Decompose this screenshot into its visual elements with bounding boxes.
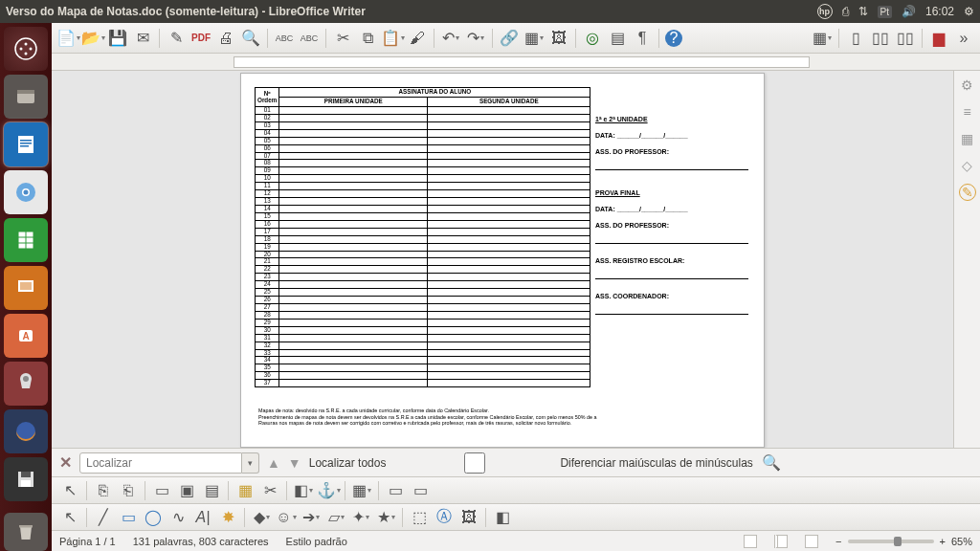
chromium-icon[interactable]	[4, 170, 48, 214]
format-paintbrush-button[interactable]: 🖌	[407, 28, 428, 49]
from-file-icon[interactable]: 🖼	[458, 507, 479, 528]
points-edit-icon[interactable]: ⬚	[409, 507, 430, 528]
status-page[interactable]: Página 1 / 1	[59, 536, 116, 547]
view-single-icon[interactable]	[744, 535, 757, 548]
status-style[interactable]: Estilo padrão	[286, 536, 347, 547]
cut-button[interactable]: ✂	[332, 28, 353, 49]
libreoffice-calc-icon[interactable]	[4, 218, 48, 262]
ubuntu-software-icon[interactable]: A	[4, 314, 48, 358]
export-pdf-button[interactable]: PDF	[190, 28, 212, 49]
print-button[interactable]: 🖨	[215, 28, 236, 49]
wrap-page-icon[interactable]: ▣	[176, 480, 197, 501]
anchor-para-icon[interactable]: ⎗	[118, 480, 139, 501]
close-findbar-button[interactable]: ✕	[59, 453, 72, 472]
rotate-icon[interactable]: ▦	[234, 480, 256, 501]
image-insert-button[interactable]: 🖼	[548, 28, 569, 49]
table-grid-button[interactable]: ▦▾	[812, 28, 833, 49]
hp-indicator-icon[interactable]: hp	[817, 4, 833, 19]
nonprinting-button[interactable]: ¶	[632, 28, 653, 49]
find-history-dropdown[interactable]: ▾	[242, 452, 259, 474]
status-wordcount[interactable]: 131 palavras, 803 caracteres	[133, 536, 269, 547]
libreoffice-impress-icon[interactable]	[4, 266, 48, 310]
find-options-icon[interactable]: 🔍	[761, 452, 782, 474]
email-button[interactable]: ✉	[132, 28, 153, 49]
star-shapes-icon[interactable]: ★▾	[375, 507, 396, 528]
align-left-obj-icon[interactable]: ◧▾	[293, 480, 314, 501]
zoom-out-icon[interactable]: −	[835, 536, 841, 547]
anchor-page-icon[interactable]: ⎘	[93, 480, 114, 501]
printer-indicator-icon[interactable]: ⎙	[842, 5, 849, 18]
symbol-shapes-icon[interactable]: ☺▾	[276, 507, 297, 528]
column-3-button[interactable]: ▯▯	[895, 28, 916, 49]
borders-icon[interactable]: ▦▾	[351, 480, 372, 501]
navigator-button[interactable]: ◎	[582, 28, 603, 49]
zoom-in-icon[interactable]: +	[940, 536, 946, 547]
copy-button[interactable]: ⧉	[357, 28, 378, 49]
clock[interactable]: 16:02	[925, 5, 954, 18]
rect-icon[interactable]: ▭	[118, 507, 139, 528]
help-button[interactable]: ?	[665, 30, 682, 47]
select-draw-icon[interactable]: ↖	[59, 507, 80, 528]
zoom-slider[interactable]	[848, 540, 934, 543]
undo-button[interactable]: ↶▾	[440, 28, 461, 49]
print-preview-button[interactable]: 🔍	[240, 28, 261, 49]
view-book-icon[interactable]	[805, 535, 818, 548]
firefox-icon[interactable]	[4, 409, 48, 453]
arrow-shapes-icon[interactable]: ➔▾	[301, 507, 322, 528]
basic-shapes-icon[interactable]: ◆▾	[251, 507, 272, 528]
network-indicator-icon[interactable]: ⇅	[858, 5, 868, 18]
wrap-through-icon[interactable]: ▤	[201, 480, 222, 501]
document-canvas[interactable]: Nº Ordem ASSINATURA DO ALUNO PRIMEIRA UN…	[52, 71, 953, 448]
find-prev-button[interactable]: ▲	[267, 455, 280, 471]
send-back-icon[interactable]: ▭	[410, 480, 431, 501]
save-button[interactable]: 💾	[107, 28, 128, 49]
sound-indicator-icon[interactable]: 🔊	[902, 5, 916, 18]
ellipse-icon[interactable]: ◯	[143, 507, 164, 528]
callout-icon[interactable]: ✸	[217, 507, 238, 528]
find-next-button[interactable]: ▼	[288, 455, 301, 471]
paste-button[interactable]: 📋▾	[382, 28, 403, 49]
anchor-menu-icon[interactable]: ⚓▾	[318, 480, 339, 501]
highlight-color-button[interactable]: ▆	[928, 28, 949, 49]
column-2-button[interactable]: ▯▯	[870, 28, 891, 49]
gallery-button[interactable]: ▤	[607, 28, 628, 49]
zoom-value[interactable]: 65%	[951, 536, 972, 547]
save-disk-icon[interactable]	[4, 457, 48, 501]
sidebar-functions-icon[interactable]: ✎	[959, 184, 976, 201]
edit-mode-button[interactable]: ✎	[166, 28, 187, 49]
table-insert-button[interactable]: ▦▾	[523, 28, 545, 49]
freeform-icon[interactable]: ∿	[167, 507, 189, 528]
view-multi-icon[interactable]	[774, 535, 788, 548]
match-case-input[interactable]	[393, 452, 556, 474]
bring-front-icon[interactable]: ▭	[385, 480, 406, 501]
sidebar-styles-icon[interactable]: ≡	[959, 103, 976, 121]
fontwork-icon[interactable]: Ⓐ	[434, 507, 455, 528]
flowchart-icon[interactable]: ▱▾	[325, 507, 346, 528]
zoom-control[interactable]: − + 65%	[835, 536, 972, 547]
trash-icon[interactable]	[4, 513, 48, 551]
spellcheck-button[interactable]: ABC	[274, 28, 295, 49]
match-case-checkbox[interactable]: Diferenciar maiúsculas de minúsculas	[393, 452, 752, 474]
sidebar-navigator-icon[interactable]: ◇	[959, 157, 976, 174]
find-input[interactable]	[79, 452, 242, 474]
sidebar-gallery-icon[interactable]: ▦	[959, 130, 976, 147]
select-tool-icon[interactable]: ↖	[59, 480, 80, 501]
dash-icon[interactable]	[4, 27, 48, 71]
keyboard-layout-indicator[interactable]: Pt	[878, 6, 892, 18]
settings-icon[interactable]	[4, 362, 48, 406]
wrap-off-icon[interactable]: ▭	[151, 480, 172, 501]
sidebar-properties-icon[interactable]: ⚙	[959, 77, 976, 94]
line-icon[interactable]: ╱	[93, 507, 114, 528]
textbox-icon[interactable]: A|	[192, 507, 213, 528]
open-button[interactable]: 📂▾	[82, 28, 103, 49]
autospell-button[interactable]: ABC	[299, 28, 320, 49]
find-all-button[interactable]: Localizar todos	[309, 456, 387, 470]
extrusion-icon[interactable]: ◧	[492, 507, 513, 528]
crop-icon[interactable]: ✂	[259, 480, 280, 501]
callout-shapes-icon[interactable]: ✦▾	[350, 507, 371, 528]
horizontal-ruler[interactable]	[52, 54, 980, 71]
files-icon[interactable]	[4, 75, 48, 119]
toolbar-overflow-button[interactable]: »	[953, 28, 974, 49]
system-gear-icon[interactable]: ⚙	[964, 5, 974, 18]
libreoffice-writer-icon[interactable]	[4, 122, 48, 166]
